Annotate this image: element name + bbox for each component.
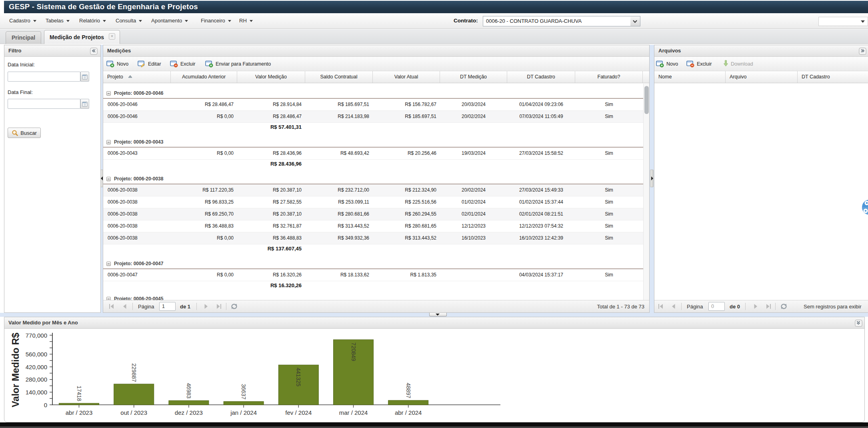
- svg-text:140,000: 140,000: [26, 389, 47, 396]
- svg-text:jan / 2024: jan / 2024: [230, 409, 257, 416]
- svg-text:441325: 441325: [295, 368, 302, 386]
- svg-text:48897: 48897: [405, 383, 412, 398]
- svg-text:abr / 2024: abr / 2024: [395, 409, 422, 416]
- svg-text:mar / 2024: mar / 2024: [339, 409, 368, 416]
- svg-text:560,000: 560,000: [26, 351, 47, 358]
- svg-text:420,000: 420,000: [26, 364, 47, 370]
- svg-text:17418: 17418: [76, 386, 82, 401]
- svg-text:46983: 46983: [186, 383, 192, 398]
- svg-text:dez / 2023: dez / 2023: [175, 409, 203, 416]
- svg-text:36637: 36637: [240, 384, 247, 400]
- svg-text:720849: 720849: [350, 342, 357, 361]
- svg-text:770,000: 770,000: [26, 332, 47, 339]
- svg-text:Valor Medido R$: Valor Medido R$: [10, 332, 21, 407]
- svg-text:0: 0: [44, 402, 47, 408]
- svg-text:229887: 229887: [131, 363, 137, 382]
- svg-text:abr / 2023: abr / 2023: [66, 409, 93, 416]
- svg-text:280,000: 280,000: [26, 376, 47, 383]
- svg-text:out / 2023: out / 2023: [120, 409, 147, 416]
- svg-text:fev / 2024: fev / 2024: [285, 409, 312, 416]
